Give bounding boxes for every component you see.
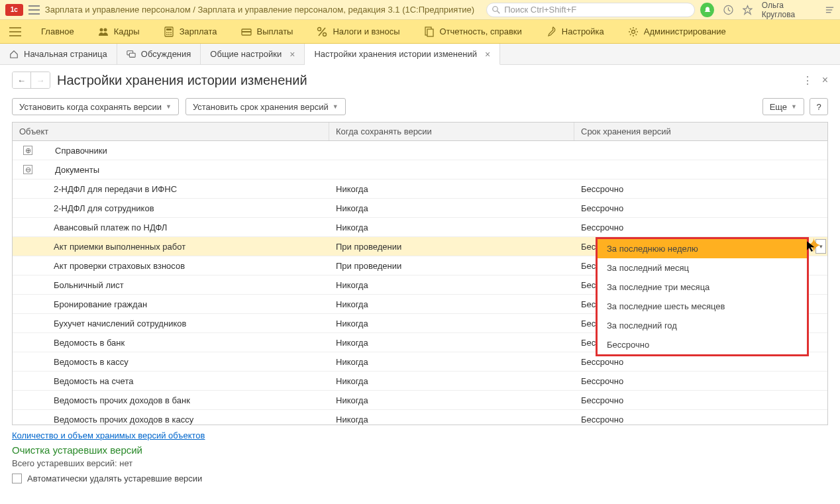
table-row[interactable]: Ведомость на счетаНикогдаБессрочно — [13, 372, 827, 391]
tab-discussions[interactable]: Обсуждения — [117, 44, 201, 64]
dropdown-item[interactable]: Бессрочно — [598, 335, 807, 354]
settings-lines-icon[interactable] — [825, 5, 835, 15]
dropdown-item[interactable]: За последние три месяца — [598, 277, 807, 297]
menu-payments[interactable]: Выплаты — [232, 20, 303, 44]
when-cell[interactable]: Никогда — [329, 372, 574, 390]
group-label: Справочники — [36, 146, 107, 156]
term-cell[interactable]: Бессрочно — [574, 218, 827, 236]
svg-point-7 — [103, 28, 107, 31]
menu-reports[interactable]: Отчетность, справки — [415, 20, 531, 44]
expand-icon[interactable]: ⊕ — [23, 146, 32, 155]
object-cell: Акт приемки выполненных работ — [19, 242, 185, 252]
table-row[interactable]: Ведомость прочих доходов в банкНикогдаБе… — [13, 391, 827, 410]
close-icon[interactable]: × — [289, 49, 295, 60]
kebab-icon[interactable]: ⋮ — [802, 74, 813, 87]
object-cell: 2-НДФЛ для сотрудников — [19, 203, 154, 213]
when-cell[interactable]: Никогда — [329, 333, 574, 352]
when-cell[interactable]: Никогда — [329, 218, 574, 236]
object-cell: Бухучет начислений сотрудников — [19, 319, 186, 328]
when-cell[interactable]: Никогда — [329, 179, 574, 198]
term-cell[interactable]: Бессрочно — [574, 410, 827, 425]
dropdown-trigger[interactable]: ▾ — [815, 239, 826, 254]
svg-line-1 — [498, 11, 500, 13]
close-page-icon[interactable]: × — [822, 74, 828, 86]
star-icon[interactable] — [743, 5, 753, 15]
nav-forward-button[interactable]: → — [31, 72, 50, 88]
th-object[interactable]: Объект — [13, 123, 329, 140]
close-icon[interactable]: × — [485, 49, 490, 60]
page-title: Настройки хранения истории изменений — [57, 73, 307, 88]
more-button[interactable]: Еще ▼ — [762, 98, 804, 115]
object-cell: Ведомость в банк — [19, 338, 125, 348]
when-cell[interactable]: Никогда — [329, 276, 574, 294]
object-cell: Ведомость прочих доходов в банк — [19, 395, 190, 405]
percent-icon — [317, 26, 327, 37]
nav-arrows: ← → — [12, 72, 50, 89]
auto-delete-checkbox[interactable] — [12, 474, 22, 483]
tab-home[interactable]: Начальная страница — [0, 44, 117, 64]
svg-point-23 — [631, 30, 635, 33]
table-row[interactable]: Авансовый платеж по НДФЛНикогдаБессрочно — [13, 218, 827, 237]
when-cell[interactable]: При проведении — [329, 256, 574, 275]
logo-1c: 1c — [5, 4, 23, 16]
tab-history-settings[interactable]: Настройки хранения истории изменений × — [305, 44, 500, 65]
notification-icon[interactable] — [700, 3, 714, 17]
menu-admin[interactable]: Администрирование — [619, 20, 735, 44]
table-row[interactable]: 2-НДФЛ для сотрудниковНикогдаБессрочно — [13, 199, 827, 218]
when-cell[interactable]: Никогда — [329, 410, 574, 425]
menu-salary[interactable]: Зарплата — [154, 20, 227, 44]
titlebar: 1c Зарплата и управление персоналом / За… — [0, 0, 840, 20]
collapse-icon[interactable]: ⊖ — [23, 165, 32, 174]
when-cell[interactable]: Никогда — [329, 391, 574, 409]
table-row[interactable]: Ведомость прочих доходов в кассуНикогдаБ… — [13, 410, 827, 425]
when-cell[interactable]: Никогда — [329, 199, 574, 217]
history-icon[interactable] — [723, 5, 733, 15]
stored-versions-link[interactable]: Количество и объем хранимых версий объек… — [12, 430, 205, 440]
object-cell: Акт проверки страховых взносов — [19, 261, 185, 271]
nav-back-button[interactable]: ← — [13, 72, 31, 88]
user-name[interactable]: Ольга Круглова — [762, 1, 815, 19]
menu-burger-icon[interactable] — [9, 27, 21, 36]
dropdown-item[interactable]: За последние шесть месяцев — [598, 297, 807, 316]
footer: Количество и объем хранимых версий объек… — [0, 425, 840, 489]
menu-taxes[interactable]: Налоги и взносы — [307, 20, 409, 44]
table-group-row[interactable]: ⊕Справочники — [13, 141, 827, 160]
dropdown-item[interactable]: За последний месяц — [598, 258, 807, 277]
auto-delete-label: Автоматически удалять устаревшие версии — [27, 474, 202, 483]
help-button[interactable]: ? — [810, 98, 828, 115]
menu-personnel[interactable]: Кадры — [89, 20, 149, 44]
burger-icon[interactable] — [28, 5, 40, 15]
home-icon — [9, 50, 19, 59]
svg-point-18 — [318, 27, 321, 30]
term-cell[interactable]: Бессрочно — [574, 372, 827, 390]
when-cell[interactable]: Никогда — [329, 314, 574, 332]
dropdown-item[interactable]: За последнюю неделю — [598, 239, 807, 258]
svg-rect-17 — [242, 31, 251, 32]
term-cell[interactable]: Бессрочно — [574, 199, 827, 217]
svg-point-11 — [168, 32, 170, 33]
dropdown-item[interactable]: За последний год — [598, 316, 807, 335]
set-term-button[interactable]: Установить срок хранения версий ▼ — [185, 98, 346, 115]
th-when[interactable]: Когда сохранять версии — [329, 123, 574, 140]
tab-general-settings[interactable]: Общие настройки × — [201, 44, 305, 64]
when-cell[interactable]: Никогда — [329, 352, 574, 371]
when-cell[interactable]: При проведении — [329, 237, 574, 256]
outdated-count: Всего устаревших версий: нет — [12, 458, 828, 468]
menu-settings[interactable]: Настройка — [537, 20, 613, 44]
table: Объект Когда сохранять версии Срок хране… — [12, 122, 828, 425]
term-cell[interactable]: Бессрочно — [574, 391, 827, 409]
object-cell: 2-НДФЛ для передачи в ИФНС — [19, 184, 177, 194]
when-cell[interactable]: Никогда — [329, 295, 574, 313]
report-icon — [424, 26, 435, 37]
term-cell[interactable]: Бессрочно — [574, 179, 827, 198]
cleanup-section-title: Очистка устаревших версий — [12, 444, 828, 456]
table-row[interactable]: 2-НДФЛ для передачи в ИФНСНикогдаБессроч… — [13, 179, 827, 199]
table-group-row[interactable]: ⊖Документы — [13, 160, 827, 179]
chevron-down-icon: ▼ — [166, 103, 172, 110]
svg-point-10 — [166, 32, 168, 33]
th-term[interactable]: Срок хранения версий — [574, 123, 827, 140]
menu-main[interactable]: Главное — [32, 20, 83, 44]
set-when-button[interactable]: Установить когда сохранять версии ▼ — [12, 98, 179, 115]
svg-rect-25 — [129, 53, 135, 57]
search-input[interactable]: Поиск Ctrl+Shift+F — [486, 3, 695, 17]
